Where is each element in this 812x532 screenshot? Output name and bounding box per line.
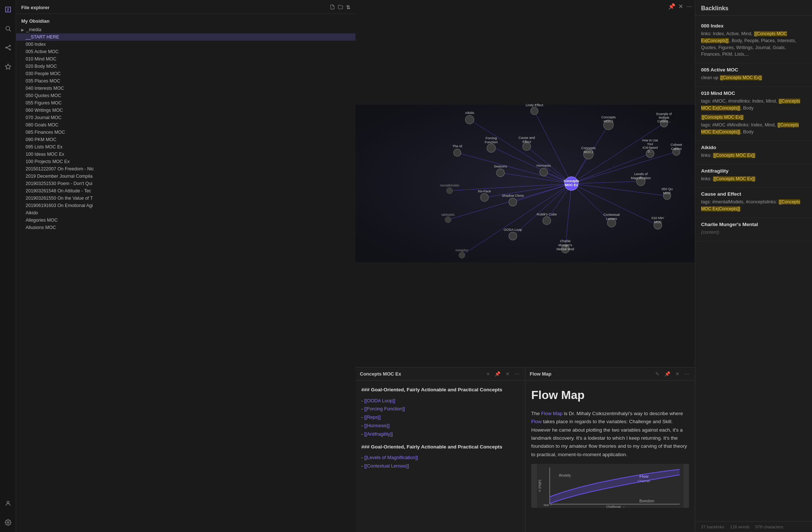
nav-search-icon[interactable] <box>2 23 14 34</box>
more-pane-button[interactable]: ⋯ <box>514 370 521 377</box>
file-item-start-here[interactable]: __START HERE <box>16 33 355 41</box>
file-item-055[interactable]: 055 Figures MOC <box>16 99 355 107</box>
new-folder-action[interactable] <box>338 4 343 11</box>
backlink-highlight-7[interactable]: [[Concepts MOC Ex]] <box>713 176 756 181</box>
node-no-face[interactable] <box>480 193 488 202</box>
pin-graph-button[interactable]: 📌 <box>668 3 675 10</box>
file-item-201903-poem[interactable]: 201903251530 Poem - Don't Qui <box>16 180 355 187</box>
node-the-id[interactable] <box>454 149 461 156</box>
file-item-201903-attitude[interactable]: 201903261548 On Attitude - Tec <box>16 187 355 195</box>
nav-star-icon[interactable] <box>2 61 14 73</box>
edit-button[interactable]: ✎ <box>654 370 660 377</box>
more-flow-button[interactable]: ⋯ <box>684 370 690 377</box>
file-item-060[interactable]: 060 Writings MOC <box>16 107 355 114</box>
file-item-100-ideas[interactable]: 100 Ideas MOC Ex <box>16 151 355 158</box>
file-item-040[interactable]: 040 Interests MOC <box>16 85 355 92</box>
backlink-highlight-4[interactable]: [[Concepts MOC Ex]] <box>701 115 744 120</box>
file-item-2019dec[interactable]: 2019 December Journal Compila <box>16 173 355 180</box>
file-item-035[interactable]: 035 Places MOC <box>16 77 355 85</box>
node-aikido[interactable] <box>465 115 474 124</box>
file-item-allegories[interactable]: Allegories MOC <box>16 217 355 224</box>
more-graph-button[interactable]: ⋯ <box>686 3 692 10</box>
file-item-050[interactable]: 050 Quotes MOC <box>16 92 355 99</box>
backlink-010-title[interactable]: 010 Mind MOC <box>701 90 806 96</box>
nav-settings-icon[interactable] <box>2 517 14 528</box>
link-levels-magnification[interactable]: - [[Levels of Magnification]] <box>361 454 519 462</box>
file-item-090[interactable]: 090 PKM MOC <box>16 136 355 143</box>
node-ooda-loop[interactable] <box>509 232 517 240</box>
backlink-aikido-title[interactable]: Aikido <box>701 145 806 150</box>
sort-action[interactable]: ⇅ <box>346 4 350 11</box>
nav-files-icon[interactable] <box>2 4 14 15</box>
flow-map-link[interactable]: Flow Map <box>541 411 563 416</box>
nav-user-icon[interactable] <box>2 498 14 509</box>
node-hormesis[interactable] <box>540 168 548 176</box>
file-item-085[interactable]: 085 Finances MOC <box>16 129 355 136</box>
nav-graph-icon[interactable] <box>2 42 14 53</box>
svg-text:Lenses: Lenses <box>606 217 617 221</box>
link-contextual-lenses[interactable]: - [[Contextual Lenses]] <box>361 462 519 470</box>
file-item-030[interactable]: 030 People MOC <box>16 70 355 77</box>
file-item-080[interactable]: 080 Goals MOC <box>16 121 355 129</box>
node-cause-effect[interactable] <box>523 143 531 151</box>
flow-link[interactable]: Flow <box>531 419 542 424</box>
pin-flow-button[interactable]: 📌 <box>663 370 671 377</box>
node-metaphor[interactable] <box>459 252 465 258</box>
pin-pane-button[interactable]: 📌 <box>493 370 502 377</box>
file-item-201501[interactable]: 201501222007 On Freedom - Nic <box>16 165 355 173</box>
backlink-000-title[interactable]: 000 Index <box>701 23 806 29</box>
svg-point-9 <box>7 522 9 524</box>
vault-root[interactable]: My Obsidian <box>16 16 355 26</box>
link-ooda-loop[interactable]: - [[OODA Loop]] <box>361 397 519 405</box>
node-seasons[interactable] <box>496 169 504 177</box>
file-item-005[interactable]: 005 Active MOC <box>16 48 355 55</box>
link-reps[interactable]: - [[Reps]] <box>361 413 519 422</box>
node-lindy-effect[interactable] <box>531 107 538 115</box>
node-shadow-clone[interactable] <box>509 198 517 206</box>
svg-text:050 Qu: 050 Qu <box>662 187 673 191</box>
backlink-005-text: clean up [[Concepts MOC Ex]] <box>701 74 806 81</box>
file-item-201906[interactable]: 201906191603 On Emotional Agi <box>16 202 355 209</box>
close-pane-button[interactable]: ✕ <box>504 370 511 377</box>
file-item-020[interactable]: 020 Body MOC <box>16 63 355 70</box>
backlink-highlight-2[interactable]: [[Concepts MOC Ex]] <box>720 75 763 80</box>
svg-text:Seasons: Seasons <box>494 165 507 168</box>
node-rubiks-cube[interactable] <box>543 217 551 225</box>
section-2: ### Goal-Oriented, Fairly Actionable and… <box>361 443 519 470</box>
link-forcing-function[interactable]: - [[Forcing Function]] <box>361 405 519 413</box>
node-mental-models[interactable] <box>447 188 453 194</box>
file-item-100-projects[interactable]: 100 Projects MOC Ex <box>16 158 355 165</box>
file-item-000-index[interactable]: 000 Index <box>16 41 355 48</box>
app-container: File explorer ⇅ My Obsidian ▶ _media __S… <box>0 0 812 532</box>
node-mental-models2[interactable] <box>445 217 451 223</box>
svg-text:Content...: Content... <box>658 119 671 123</box>
backlink-cause-effect: Cause and Effect tags: #mentalModels, #c… <box>695 188 812 218</box>
backlink-highlight-8[interactable]: [[Concepts MOC Ex|Concepts]] <box>701 199 800 211</box>
link-antifragility[interactable]: - [[Antifragility]] <box>361 430 519 439</box>
backlink-cause-effect-title[interactable]: Cause and Effect <box>701 191 806 197</box>
flow-map-pane-content: Flow Map The Flow Map is Dr. Mihaly Csik… <box>525 381 695 532</box>
graph-view[interactable]: 📌 ✕ ⋯ <box>355 0 695 367</box>
svg-text:Flow: Flow <box>640 474 649 479</box>
backlink-highlight-1[interactable]: [[Concepts MOC Ex|Concepts]] <box>701 31 787 43</box>
file-item-aikido[interactable]: Aikido <box>16 209 355 217</box>
file-item-allusions[interactable]: Allusions MOC <box>16 224 355 231</box>
backlink-highlight-5[interactable]: [[Concepts MOC Ex|Concepts]] <box>701 122 799 134</box>
file-item-070[interactable]: 070 Journal MOC <box>16 114 355 121</box>
file-item-010[interactable]: 010 Mind MOC <box>16 55 355 63</box>
new-file-action[interactable] <box>330 4 335 11</box>
close-graph-button[interactable]: ✕ <box>678 3 683 10</box>
node-forcing-function[interactable] <box>487 144 496 152</box>
backlink-highlight-6[interactable]: [[Concepts MOC Ex]] <box>713 153 756 158</box>
file-item-201903-value[interactable]: 201903261550 On the Value of T <box>16 195 355 202</box>
file-item-095[interactable]: 095 Lists MOC Ex <box>16 143 355 151</box>
backlink-charlie-munger: Charlie Munger's Mental (content) <box>695 218 812 241</box>
close-flow-button[interactable]: ✕ <box>674 370 681 377</box>
backlink-antifragility-title[interactable]: Antifragility <box>701 168 806 174</box>
reading-mode-button[interactable]: ≡ <box>485 370 491 377</box>
folder-media[interactable]: ▶ _media <box>16 26 355 33</box>
backlink-005-title[interactable]: 005 Active MOC <box>701 67 806 73</box>
backlink-charlie-title[interactable]: Charlie Munger's Mental <box>701 222 806 227</box>
link-hormesis[interactable]: - [[Hormesis]] <box>361 422 519 430</box>
backlink-highlight-3[interactable]: [[Concepts MOC Ex|Concepts]] <box>701 99 800 111</box>
